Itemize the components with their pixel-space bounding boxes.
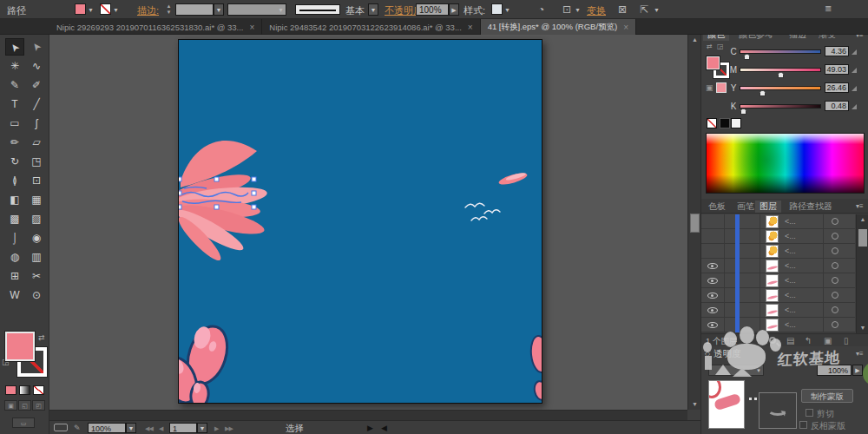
scroll-up-icon[interactable]: ▲ — [688, 35, 701, 45]
next-artboard-icon[interactable]: ▶ — [214, 425, 218, 432]
tab-layers[interactable]: 图层 — [755, 201, 781, 213]
edit-artboards-icon[interactable]: ✎ — [74, 424, 81, 432]
brush-dropdown-icon[interactable]: ▼ — [368, 3, 378, 16]
panel-collapse-icon[interactable]: ◀ — [381, 424, 387, 432]
first-artboard-icon[interactable]: ◀◀ — [145, 425, 153, 432]
blend-tool[interactable]: ◉ — [27, 229, 46, 247]
channel-m-handle[interactable] — [778, 72, 784, 78]
preferences-icon[interactable]: ⊡ — [562, 3, 571, 16]
close-icon[interactable]: × — [623, 23, 628, 32]
layer-thumbnail[interactable] — [766, 274, 779, 287]
transform-link[interactable]: 变换 — [587, 4, 606, 17]
transparency-panel-menu-icon[interactable]: ▾≡ — [856, 350, 864, 358]
rectangle-tool[interactable]: ▭ — [5, 115, 24, 132]
channel-c-slider[interactable] — [740, 49, 821, 54]
canvas-area[interactable] — [49, 35, 687, 410]
line-segment-tool[interactable]: ╱ — [27, 95, 46, 113]
visibility-eye-icon[interactable] — [707, 307, 718, 313]
clip-checkbox[interactable] — [806, 409, 813, 417]
stroke-dropdown-icon[interactable]: ▼ — [113, 7, 119, 13]
select-similar-dropdown-icon[interactable]: ▼ — [654, 7, 660, 13]
make-clipping-mask-icon[interactable]: ▤ — [786, 336, 794, 345]
artboard-tool[interactable]: ⊞ — [5, 267, 24, 285]
target-circle-icon[interactable] — [832, 233, 838, 240]
close-icon[interactable]: × — [468, 23, 473, 32]
curvature-tool[interactable]: ✐ — [27, 76, 46, 94]
mesh-tool[interactable]: ▩ — [5, 210, 24, 227]
opacity-field[interactable]: 100% — [416, 3, 449, 16]
eyedropper-tool[interactable]: ⌡ — [5, 229, 24, 247]
zoom-tool[interactable]: ⊙ — [27, 286, 46, 304]
channel-c-handle[interactable] — [744, 54, 750, 60]
brush-stroke-preview[interactable] — [295, 4, 340, 15]
visibility-eye-icon[interactable] — [707, 278, 718, 284]
magic-wand-tool[interactable]: ✳ — [5, 57, 24, 75]
panel-fill-swatch[interactable] — [706, 56, 720, 70]
scroll-down-icon[interactable]: ▼ — [688, 399, 701, 410]
document-tab-1[interactable]: Nipic 29269293 2019070116362531830.ai* @… — [49, 19, 262, 35]
tab-swatches[interactable]: 色板 — [704, 201, 730, 213]
vertical-scrollbar-thumb[interactable] — [690, 214, 700, 233]
layer-name[interactable]: <... — [785, 261, 796, 270]
column-graph-tool[interactable]: ▥ — [27, 248, 46, 266]
perspective-grid-tool[interactable]: ▦ — [27, 191, 46, 208]
layer-row[interactable]: <... — [701, 303, 855, 318]
selection-tool[interactable]: ➤ — [5, 38, 24, 56]
rotate-tool[interactable]: ↻ — [5, 153, 24, 170]
color-mode-button[interactable] — [5, 385, 16, 395]
layer-name[interactable]: <... — [785, 306, 796, 314]
stroke-weight-field[interactable] — [175, 3, 214, 16]
scroll-down-icon[interactable]: ▼ — [857, 323, 868, 333]
new-layer-icon[interactable]: ▣ — [824, 336, 832, 345]
target-circle-icon[interactable] — [832, 321, 838, 328]
type-tool[interactable]: T — [5, 95, 24, 113]
layer-thumbnail[interactable] — [766, 260, 779, 273]
close-icon[interactable]: × — [249, 23, 254, 32]
eraser-tool[interactable]: ▱ — [27, 134, 46, 151]
width-tool[interactable]: ≬ — [5, 172, 24, 189]
layer-row[interactable]: <... — [701, 229, 855, 244]
visibility-eye-icon[interactable] — [707, 322, 718, 328]
layer-row[interactable]: <... — [701, 288, 855, 303]
document-tab-3-active[interactable]: 41 [转换].eps* @ 100% (RGB/预览) × — [481, 19, 636, 35]
horizontal-scrollbar[interactable] — [49, 410, 687, 420]
document-tab-2[interactable]: Nipic 29483542 20190703122623914086.ai* … — [262, 19, 480, 35]
layer-name[interactable]: <... — [785, 217, 796, 226]
fill-color-swatch[interactable] — [75, 3, 86, 15]
target-circle-icon[interactable] — [832, 277, 838, 284]
paintbrush-tool[interactable]: ʃ — [27, 115, 46, 132]
channel-y-value[interactable]: 26.46 — [825, 82, 849, 93]
layer-row[interactable]: <... — [701, 244, 855, 259]
opacity-dropdown-icon[interactable]: ▶ — [449, 3, 459, 16]
screen-mode-button[interactable]: ▭ — [12, 418, 35, 428]
channel-k-handle[interactable] — [740, 108, 746, 115]
channel-y-slider[interactable] — [740, 86, 821, 90]
layers-panel-menu-icon[interactable]: ▾≡ — [856, 202, 864, 210]
channel-c-value[interactable]: 4.36 — [825, 46, 849, 56]
document-setup-icon[interactable]: ◔ — [538, 3, 544, 16]
target-circle-icon[interactable] — [832, 218, 838, 225]
fill-dropdown-icon[interactable]: ▼ — [88, 7, 94, 13]
layer-thumbnail[interactable] — [766, 215, 779, 228]
zoom-dropdown-icon[interactable]: ▼ — [126, 423, 136, 433]
make-mask-button[interactable]: 制作蒙版 — [801, 389, 853, 403]
blend-mode-select[interactable]: ▼ — [708, 365, 764, 376]
layer-name[interactable]: <... — [785, 320, 796, 329]
draw-inside-button[interactable]: ◰ — [32, 400, 45, 411]
channel-k-value[interactable]: 0.48 — [825, 101, 849, 111]
target-circle-icon[interactable] — [832, 292, 838, 299]
stroke-weight-stepper[interactable]: ▲▼ — [165, 3, 173, 16]
prev-artboard-icon[interactable]: ◀ — [159, 425, 162, 432]
symbol-sprayer-tool[interactable]: ◍ — [5, 248, 24, 266]
none-swatch[interactable] — [707, 118, 717, 128]
visibility-eye-icon[interactable] — [707, 293, 718, 299]
free-transform-tool[interactable]: ⊡ — [27, 172, 46, 189]
layers-scrollbar[interactable]: ▲ ▼ — [856, 214, 868, 333]
shape-builder-tool[interactable]: ◧ — [5, 191, 24, 208]
zoom-level-field[interactable]: 100% — [88, 423, 126, 433]
artboard-dropdown-icon[interactable]: ▼ — [197, 423, 207, 433]
canvas-rotation-icon[interactable] — [54, 424, 68, 431]
style-dropdown-icon[interactable]: ▼ — [504, 7, 510, 13]
invert-mask-checkbox[interactable] — [799, 421, 807, 429]
vertical-scrollbar[interactable]: ▲ ▼ — [687, 35, 700, 410]
